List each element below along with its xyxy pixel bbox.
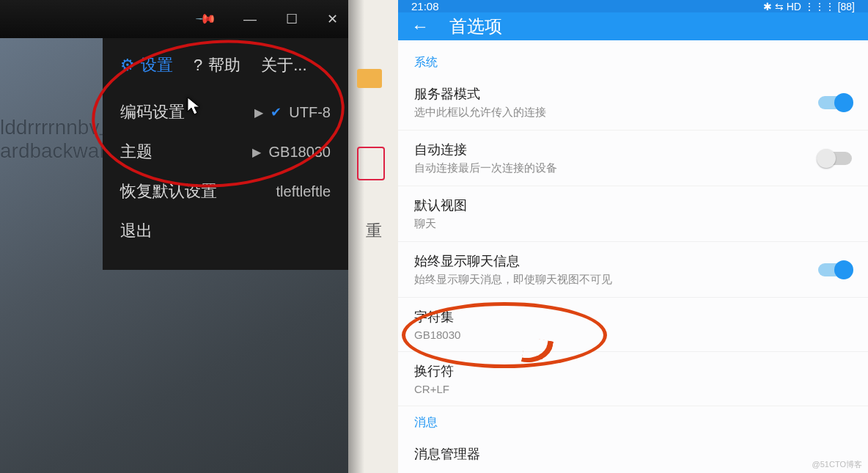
- item-charset[interactable]: 字符集 GB18030: [398, 298, 868, 352]
- item-auto-connect-title: 自动连接: [414, 141, 557, 158]
- item-auto-connect-sub: 自动连接最后一次连接的设备: [414, 161, 557, 175]
- item-eol[interactable]: 换行符 CR+LF: [398, 352, 868, 406]
- item-charset-title: 字符集: [414, 308, 460, 326]
- item-always-show-sub: 始终显示聊天消息，即使聊天视图不可见: [414, 273, 612, 287]
- left-screenshot: 重 lddrrrrnnbv上 ardbackwardb 📌 — ☐ ✕ ⚙ 设置…: [0, 0, 398, 473]
- item-default-view[interactable]: 默认视图 聊天: [398, 186, 868, 242]
- settings-list: 系统 服务器模式 选中此框以允许传入的连接 自动连接 自动连接最后一次连接的设备…: [398, 40, 868, 473]
- item-auto-connect[interactable]: 自动连接 自动连接最后一次连接的设备: [398, 131, 868, 186]
- status-icons: ✱ ⇆ HD ⋮⋮⋮ [88]: [763, 1, 855, 12]
- server-mode-switch[interactable]: [818, 96, 852, 109]
- item-default-view-title: 默认视图: [414, 197, 467, 214]
- maximize-icon[interactable]: ☐: [286, 11, 298, 27]
- item-msg-mgr[interactable]: 消息管理器: [398, 435, 868, 473]
- watermark: @51CTO博客: [812, 459, 862, 470]
- folder-icon: [357, 69, 382, 88]
- item-msg-mgr-title: 消息管理器: [414, 445, 480, 463]
- minimize-icon[interactable]: —: [243, 12, 257, 27]
- status-time: 21:08: [411, 0, 439, 12]
- menu-item-exit[interactable]: 退出: [103, 211, 348, 251]
- item-server-mode-title: 服务器模式: [414, 85, 546, 103]
- item-always-show-title: 始终显示聊天信息: [414, 252, 612, 270]
- item-server-mode-sub: 选中此框以允许传入的连接: [414, 106, 546, 120]
- menu-item-restore-side: tleftleftle: [276, 183, 331, 200]
- app-bar: ← 首选项: [398, 12, 868, 40]
- always-show-switch[interactable]: [818, 263, 852, 276]
- close-icon[interactable]: ✕: [327, 11, 338, 27]
- mobile-preferences-screen: 21:08 ✱ ⇆ HD ⋮⋮⋮ [88] ← 首选项 系统 服务器模式 选中此…: [398, 0, 868, 473]
- right-edge-strip: 重: [348, 0, 398, 473]
- app-bar-title: 首选项: [449, 15, 502, 38]
- back-arrow-icon[interactable]: ←: [411, 16, 429, 37]
- section-header-system: 系统: [398, 46, 868, 75]
- status-bar: 21:08 ✱ ⇆ HD ⋮⋮⋮ [88]: [398, 0, 868, 12]
- auto-connect-switch[interactable]: [818, 152, 852, 165]
- side-char: 重: [366, 220, 382, 242]
- section-header-messages: 消息: [398, 406, 868, 435]
- item-server-mode[interactable]: 服务器模式 选中此框以允许传入的连接: [398, 75, 868, 131]
- pin-icon[interactable]: 📌: [194, 7, 217, 30]
- item-eol-title: 换行符: [414, 362, 454, 380]
- menu-item-exit-label: 退出: [120, 220, 152, 242]
- item-charset-sub: GB18030: [414, 329, 460, 341]
- window-titlebar: 📌 — ☐ ✕: [0, 0, 348, 38]
- red-outline-box: [357, 147, 385, 180]
- item-always-show[interactable]: 始终显示聊天信息 始终显示聊天消息，即使聊天视图不可见: [398, 242, 868, 298]
- item-eol-sub: CR+LF: [414, 383, 454, 395]
- item-default-view-sub: 聊天: [414, 217, 467, 231]
